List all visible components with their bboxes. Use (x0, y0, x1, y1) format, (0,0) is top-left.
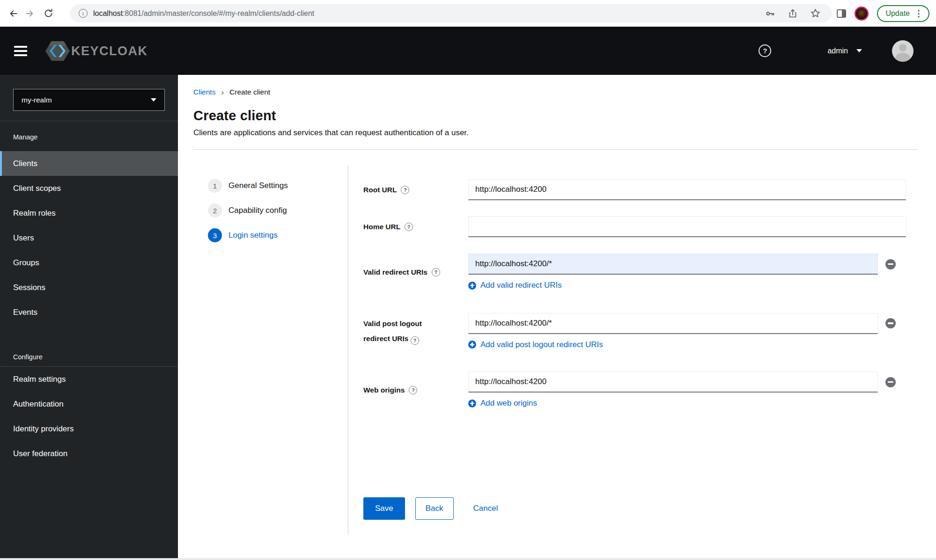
step-login-settings[interactable]: 3 Login settings (208, 228, 348, 242)
root-url-label: Root URL ? (363, 179, 468, 200)
home-url-input[interactable] (468, 216, 906, 237)
uri-line (468, 254, 896, 275)
step-capability-config[interactable]: 2 Capability config (208, 204, 348, 218)
url-path: :8081/admin/master/console/#/my-realm/cl… (123, 9, 314, 17)
home-url-help-icon[interactable]: ? (405, 223, 413, 231)
url-text: localhost:8081/admin/master/console/#/my… (93, 9, 314, 18)
home-url-label: Home URL ? (363, 216, 468, 237)
login-settings-form: Root URL ? Home URL ? Valid redirect URI… (348, 150, 936, 520)
realm-selector-value: my-realm (22, 96, 52, 104)
remove-post-logout-uri-icon[interactable] (885, 318, 896, 328)
side-panel-icon[interactable] (837, 9, 846, 18)
sidebar-item-clients[interactable]: Clients (0, 151, 178, 176)
sidebar-item-client-scopes[interactable]: Client scopes (0, 176, 178, 201)
form-actions: Save Back Cancel (363, 497, 936, 520)
field-label-text: Valid post logout redirect URIs ? (363, 316, 437, 346)
add-link-label: Add web origins (480, 399, 537, 408)
breadcrumb-clients-link[interactable]: Clients (193, 88, 215, 96)
nav-section-configure: Configure (0, 325, 178, 366)
sidebar-item-label: Sessions (13, 283, 45, 292)
sidebar-item-label: Realm roles (13, 209, 56, 218)
valid-post-logout-uri-input[interactable] (468, 313, 878, 334)
sidebar-item-label: Clients (13, 159, 37, 168)
browser-forward-button[interactable] (22, 6, 37, 22)
add-web-origins-button[interactable]: Add web origins (468, 399, 537, 408)
svg-text:KEYCLOAK: KEYCLOAK (71, 44, 148, 58)
masthead-right: ? admin (759, 40, 914, 62)
step-number: 1 (208, 179, 222, 193)
page-header: Clients › Create client Create client Cl… (178, 75, 936, 150)
sidebar-item-users[interactable]: Users (0, 225, 178, 250)
sidebar-item-user-federation[interactable]: User federation (0, 441, 178, 466)
chevron-down-icon (856, 49, 862, 52)
bookmark-star-icon[interactable] (810, 8, 821, 19)
add-valid-post-logout-uris-button[interactable]: Add valid post logout redirect URIs (468, 340, 603, 349)
step-general-settings[interactable]: 1 General Settings (208, 179, 348, 193)
keycloak-masthead: KEYCLOAK ? admin (0, 27, 936, 75)
root-url-help-icon[interactable]: ? (401, 186, 409, 194)
wizard: 1 General Settings 2 Capability config 3… (178, 150, 936, 520)
save-button[interactable]: Save (363, 497, 405, 520)
sidebar-item-identity-providers[interactable]: Identity providers (0, 416, 178, 441)
sidebar: my-realm Manage Clients Client scopes Re… (0, 75, 178, 560)
sidebar-item-events[interactable]: Events (0, 300, 178, 325)
valid-redirect-uris-row: Valid redirect URIs ? Add valid redirect… (363, 254, 936, 291)
web-origins-help-icon[interactable]: ? (409, 386, 417, 394)
valid-post-logout-help-icon[interactable]: ? (411, 336, 419, 345)
browser-back-button[interactable] (6, 6, 22, 22)
sidebar-item-realm-settings[interactable]: Realm settings (0, 367, 178, 392)
sidebar-item-authentication[interactable]: Authentication (0, 392, 178, 416)
sidebar-item-groups[interactable]: Groups (0, 250, 178, 275)
home-url-row: Home URL ? (363, 216, 936, 237)
page-subtitle: Clients are applications and services th… (193, 128, 917, 138)
reload-icon (44, 8, 53, 18)
browser-reload-button[interactable] (40, 6, 56, 22)
keycloak-logo[interactable]: KEYCLOAK (44, 39, 161, 63)
share-icon[interactable] (788, 8, 798, 19)
address-bar[interactable]: i localhost:8081/admin/master/console/#/… (70, 4, 832, 22)
browser-update-button[interactable]: Update ⋮ (877, 5, 929, 22)
add-link-label: Add valid post logout redirect URIs (480, 340, 603, 349)
sidebar-item-label: Identity providers (13, 424, 74, 434)
remove-redirect-uri-icon[interactable] (885, 259, 896, 269)
step-label: Login settings (228, 231, 278, 240)
valid-redirect-uris-help-icon[interactable]: ? (432, 268, 440, 276)
keycloak-logo-graphic: KEYCLOAK (44, 39, 161, 63)
remove-web-origin-icon[interactable] (885, 377, 896, 387)
field-label-text: Web origins (363, 386, 405, 394)
valid-redirect-uri-input[interactable] (468, 254, 878, 275)
update-label: Update (885, 9, 910, 18)
root-url-row: Root URL ? (363, 179, 936, 200)
main-content: Clients › Create client Create client Cl… (178, 75, 936, 560)
realm-selector[interactable]: my-realm (13, 89, 165, 111)
nav-toggle-hamburger-icon[interactable] (14, 46, 27, 56)
wizard-steps: 1 General Settings 2 Capability config 3… (178, 150, 348, 520)
add-valid-redirect-uris-button[interactable]: Add valid redirect URIs (468, 281, 562, 290)
cancel-button[interactable]: Cancel (473, 504, 498, 513)
help-icon[interactable]: ? (759, 44, 771, 57)
address-bar-icons (765, 8, 824, 19)
web-origins-input[interactable] (468, 371, 878, 393)
site-info-icon[interactable]: i (79, 9, 88, 18)
browser-menu-icon[interactable]: ⋮ (914, 8, 923, 19)
back-button[interactable]: Back (415, 497, 454, 520)
sidebar-item-label: Events (13, 308, 37, 317)
step-label: General Settings (228, 181, 288, 190)
sidebar-item-sessions[interactable]: Sessions (0, 275, 178, 300)
valid-post-logout-row: Valid post logout redirect URIs ? Add va… (363, 313, 936, 351)
sidebar-item-realm-roles[interactable]: Realm roles (0, 201, 178, 225)
uri-line (468, 371, 896, 393)
browser-chrome: i localhost:8081/admin/master/console/#/… (0, 0, 936, 27)
password-key-icon[interactable] (765, 8, 775, 19)
step-label: Capability config (228, 206, 287, 215)
wizard-divider (348, 165, 348, 535)
root-url-input[interactable] (468, 179, 906, 200)
web-origins-group: Add web origins (468, 371, 896, 409)
username: admin (827, 47, 848, 55)
field-label-text: Home URL (363, 223, 400, 231)
user-menu[interactable]: admin (827, 47, 862, 55)
sidebar-item-label: Authentication (13, 400, 64, 409)
window-bottom-edge (0, 558, 936, 560)
user-avatar[interactable] (892, 40, 914, 62)
browser-profile-avatar[interactable] (855, 7, 869, 21)
